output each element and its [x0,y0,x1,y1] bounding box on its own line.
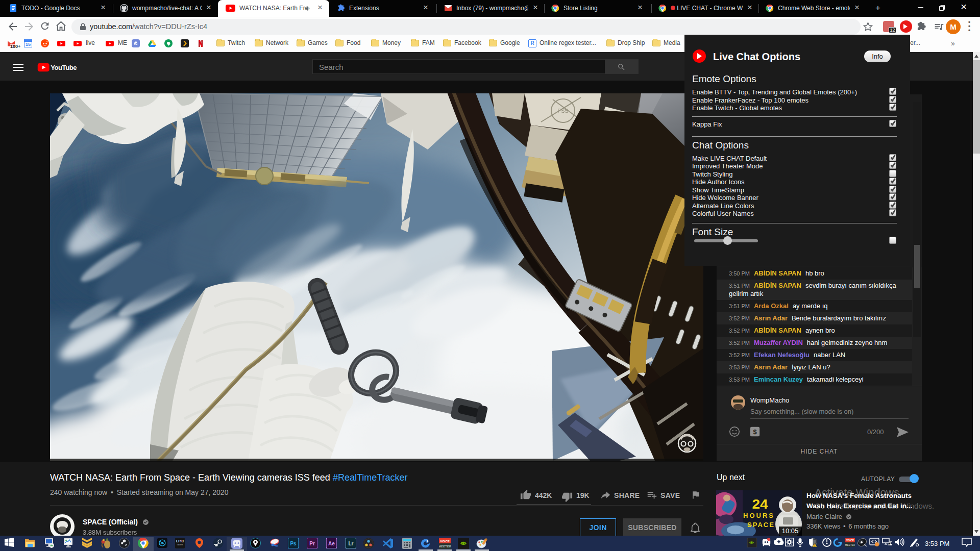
svg-text:IN: IN [748,523,752,527]
svg-text:VOICE: VOICE [440,540,450,543]
svg-text:FSS: FSS [557,108,568,114]
svg-text:YouTube: YouTube [51,64,77,71]
svg-text:Lr: Lr [349,541,354,546]
svg-text:VOICE: VOICE [846,539,854,542]
svg-text:!: ! [814,543,815,547]
svg-text:MEETER: MEETER [845,544,855,546]
svg-text:MEETER: MEETER [439,545,451,548]
svg-text:HOURS: HOURS [743,512,775,519]
svg-text:GAMES: GAMES [177,544,183,546]
svg-text:EPIC: EPIC [176,539,184,543]
svg-text:24: 24 [752,496,768,512]
svg-text:Ae: Ae [328,541,335,546]
svg-text:Pr: Pr [309,541,315,546]
svg-text:$: $ [753,428,756,436]
svg-text:Ps: Ps [290,541,297,546]
svg-text:10:05: 10:05 [782,528,798,535]
